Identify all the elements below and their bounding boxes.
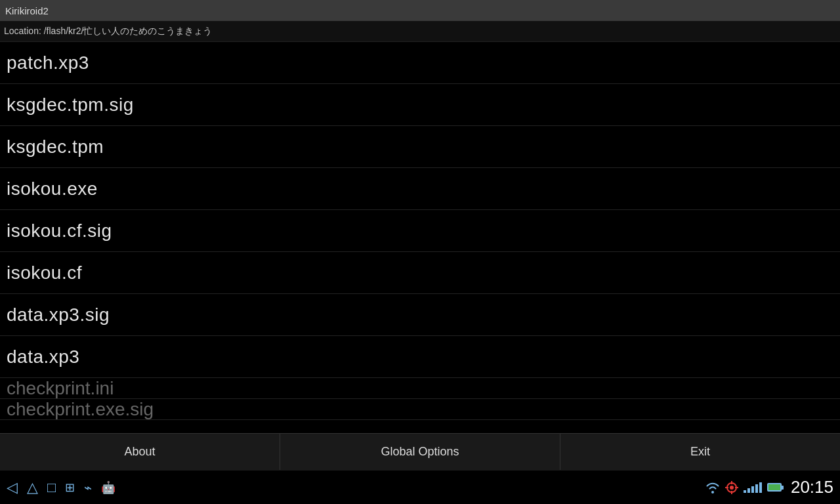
list-item-partial: checkprint.ini [0,378,840,399]
wifi-icon [705,482,720,494]
file-name: ksgdec.tpm.sig [7,94,134,116]
file-name: isokou.exe [7,178,98,200]
list-item[interactable]: patch.xp3 [0,42,840,84]
nav-right: 20:15 [705,477,833,497]
title-bar: Kirikiroid2 [0,0,840,21]
grid-icon[interactable]: ⊞ [65,480,75,495]
android-icon: 🤖 [101,480,116,495]
exit-button[interactable]: Exit [560,434,840,470]
app-title: Kirikiroid2 [5,5,49,16]
usb-icon: ⌁ [84,480,92,495]
file-name: isokou.cf [7,262,82,284]
file-list: patch.xp3ksgdec.tpm.sigksgdec.tpmisokou.… [0,42,840,420]
nav-left: ◁ △ □ ⊞ ⌁ 🤖 [7,479,116,496]
list-item[interactable]: ksgdec.tpm [0,126,840,168]
list-item[interactable]: isokou.cf.sig [0,210,840,252]
list-item[interactable]: ksgdec.tpm.sig [0,84,840,126]
global-options-button[interactable]: Global Options [280,434,560,470]
target-icon [725,481,738,494]
svg-point-1 [730,486,734,490]
list-item[interactable]: data.xp3.sig [0,294,840,336]
battery-icon [767,483,782,492]
list-item[interactable]: isokou.cf [0,252,840,294]
system-clock: 20:15 [791,477,833,497]
file-name: isokou.cf.sig [7,220,112,242]
file-name: data.xp3 [7,346,79,368]
signal-icon [744,482,762,493]
list-item[interactable]: data.xp3 [0,336,840,378]
back-icon[interactable]: ◁ [7,479,18,496]
action-bar: AboutGlobal OptionsExit [0,433,840,470]
nav-bar: ◁ △ □ ⊞ ⌁ 🤖 [0,470,840,504]
file-name: patch.xp3 [7,52,89,74]
file-name: data.xp3.sig [7,304,110,326]
location-bar: Location: /flash/kr2/忙しい人のためのこうまきょう [0,21,840,42]
list-item[interactable]: isokou.exe [0,168,840,210]
about-button[interactable]: About [0,434,280,470]
file-name: ksgdec.tpm [7,136,104,158]
file-name-partial: checkprint.exe.sig [7,399,154,420]
recents-icon[interactable]: □ [47,479,56,496]
location-text: Location: /flash/kr2/忙しい人のためのこうまきょう [4,26,212,37]
file-name-partial: checkprint.ini [7,378,114,399]
home-icon[interactable]: △ [27,479,38,496]
file-list-container: patch.xp3ksgdec.tpm.sigksgdec.tpmisokou.… [0,42,840,433]
list-item-partial: checkprint.exe.sig [0,399,840,420]
